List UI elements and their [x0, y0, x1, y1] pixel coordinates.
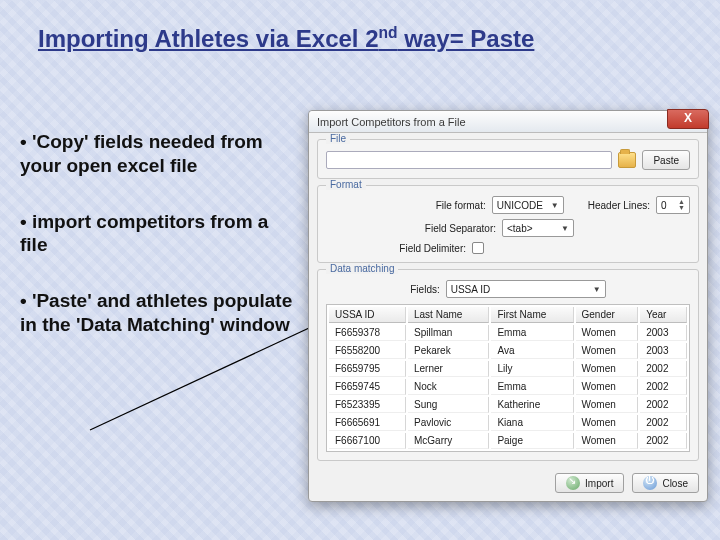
file-format-value: UNICODE [497, 200, 543, 211]
title-sup: nd [379, 24, 398, 41]
stepper-arrows-icon: ▲▼ [678, 199, 685, 211]
table-cell: McGarry [408, 433, 489, 449]
power-icon [643, 476, 657, 490]
bullet-1: • 'Copy' fields needed from your open ex… [20, 130, 300, 178]
table-header[interactable]: Gender [576, 307, 639, 323]
table-cell: Women [576, 415, 639, 431]
table-row[interactable]: F6667100McGarryPaigeWomen2002 [329, 433, 687, 449]
table-row[interactable]: F6659745NockEmmaWomen2002 [329, 379, 687, 395]
table-cell: 2002 [640, 379, 687, 395]
table-cell: Women [576, 433, 639, 449]
fields-value: USSA ID [451, 284, 490, 295]
table-cell: Paige [491, 433, 573, 449]
table-cell: Emma [491, 325, 573, 341]
table-header[interactable]: Year [640, 307, 687, 323]
table-row[interactable]: F6665691PavlovicKianaWomen2002 [329, 415, 687, 431]
table-cell: Women [576, 397, 639, 413]
file-format-label: File format: [436, 200, 486, 211]
table-cell: Women [576, 379, 639, 395]
window-close-button[interactable]: X [667, 109, 709, 129]
table-cell: 2002 [640, 415, 687, 431]
competitors-table[interactable]: USSA IDLast NameFirst NameGenderYearF665… [326, 304, 690, 452]
table-cell: Women [576, 325, 639, 341]
table-cell: Sung [408, 397, 489, 413]
title-prefix: Importing Athletes via Excel 2 [38, 25, 379, 52]
bullet-2: • import competitors from a file [20, 210, 300, 258]
group-matching-legend: Data matching [326, 263, 398, 274]
chevron-down-icon: ▼ [593, 285, 601, 294]
table-cell: Pavlovic [408, 415, 489, 431]
table-cell: Katherine [491, 397, 573, 413]
table-cell: Women [576, 361, 639, 377]
table-cell: Lily [491, 361, 573, 377]
table-cell: F6659745 [329, 379, 406, 395]
bullet-list: • 'Copy' fields needed from your open ex… [20, 130, 300, 369]
header-lines-value: 0 [661, 200, 667, 211]
close-button[interactable]: Close [632, 473, 699, 493]
table-cell: Spillman [408, 325, 489, 341]
fields-label: Fields: [410, 284, 439, 295]
table-cell: 2002 [640, 397, 687, 413]
table-header[interactable]: Last Name [408, 307, 489, 323]
table-cell: F6659378 [329, 325, 406, 341]
table-cell: 2003 [640, 325, 687, 341]
bullet-3: • 'Paste' and athletes populate in the '… [20, 289, 300, 337]
group-data-matching: Data matching Fields: USSA ID ▼ USSA IDL… [317, 269, 699, 461]
close-button-label: Close [662, 478, 688, 489]
table-cell: F6667100 [329, 433, 406, 449]
header-lines-stepper[interactable]: 0 ▲▼ [656, 196, 690, 214]
table-cell: Women [576, 343, 639, 359]
table-cell: Lerner [408, 361, 489, 377]
group-format: Format File format: UNICODE ▼ Header Lin… [317, 185, 699, 263]
table-cell: 2002 [640, 361, 687, 377]
dialog-titlebar[interactable]: Import Competitors from a File X [309, 111, 707, 133]
header-lines-label: Header Lines: [588, 200, 650, 211]
fields-select[interactable]: USSA ID ▼ [446, 280, 606, 298]
table-cell: 2003 [640, 343, 687, 359]
group-file: File Paste [317, 139, 699, 179]
dialog-body: File Paste Format File format: UNICODE ▼… [309, 133, 707, 501]
table-cell: Pekarek [408, 343, 489, 359]
table-cell: 2002 [640, 433, 687, 449]
table-header[interactable]: First Name [491, 307, 573, 323]
slide-title: Importing Athletes via Excel 2nd way= Pa… [38, 24, 534, 53]
dialog-footer: Import Close [317, 467, 699, 493]
title-suffix: way= Paste [398, 25, 535, 52]
paste-button[interactable]: Paste [642, 150, 690, 170]
import-button[interactable]: Import [555, 473, 624, 493]
table-cell: Nock [408, 379, 489, 395]
table-cell: F6523395 [329, 397, 406, 413]
chevron-down-icon: ▼ [551, 201, 559, 210]
close-icon: X [684, 111, 692, 125]
table-row[interactable]: F6558200PekarekAvaWomen2003 [329, 343, 687, 359]
field-delimiter-label: Field Delimiter: [399, 243, 466, 254]
table-cell: F6665691 [329, 415, 406, 431]
paste-button-label: Paste [653, 155, 679, 166]
chevron-down-icon: ▼ [561, 224, 569, 233]
table-cell: Kiana [491, 415, 573, 431]
field-separator-select[interactable]: <tab> ▼ [502, 219, 574, 237]
field-delimiter-checkbox[interactable] [472, 242, 484, 254]
folder-icon[interactable] [618, 152, 636, 168]
field-separator-value: <tab> [507, 223, 533, 234]
group-format-legend: Format [326, 179, 366, 190]
table-cell: F6659795 [329, 361, 406, 377]
table-cell: Emma [491, 379, 573, 395]
table-cell: Ava [491, 343, 573, 359]
table-row[interactable]: F6523395SungKatherineWomen2002 [329, 397, 687, 413]
dialog-title: Import Competitors from a File [317, 116, 466, 128]
import-icon [566, 476, 580, 490]
file-format-select[interactable]: UNICODE ▼ [492, 196, 564, 214]
import-dialog: Import Competitors from a File X File Pa… [308, 110, 708, 502]
table-cell: F6558200 [329, 343, 406, 359]
file-path-input[interactable] [326, 151, 612, 169]
table-row[interactable]: F6659378SpillmanEmmaWomen2003 [329, 325, 687, 341]
group-file-legend: File [326, 133, 350, 144]
table-row[interactable]: F6659795LernerLilyWomen2002 [329, 361, 687, 377]
import-button-label: Import [585, 478, 613, 489]
field-separator-label: Field Separator: [425, 223, 496, 234]
table-header[interactable]: USSA ID [329, 307, 406, 323]
